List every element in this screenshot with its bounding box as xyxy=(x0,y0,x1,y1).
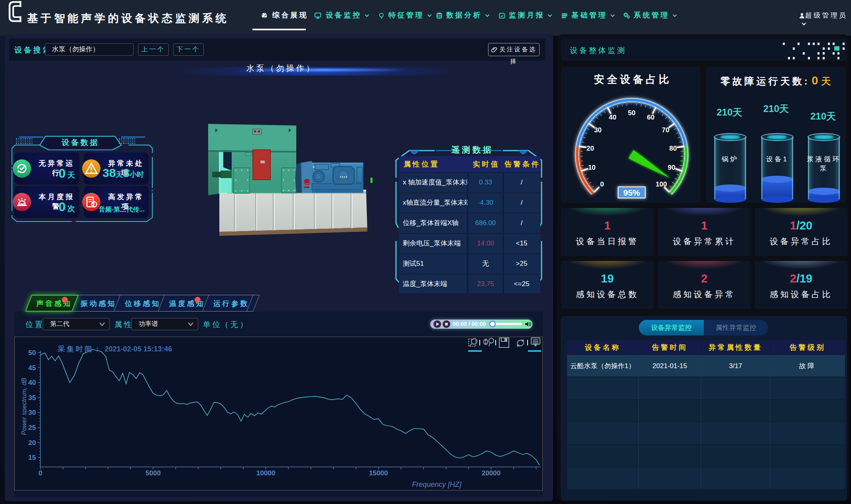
svg-text:25: 25 xyxy=(28,424,36,431)
svg-text:10000: 10000 xyxy=(256,469,275,477)
svg-text:15000: 15000 xyxy=(369,469,388,477)
svg-text:40: 40 xyxy=(609,114,617,121)
svg-text:30: 30 xyxy=(594,126,602,134)
svg-text:20: 20 xyxy=(587,145,594,152)
svg-text:30: 30 xyxy=(28,409,36,416)
svg-text:Frequency [HZ]: Frequency [HZ] xyxy=(412,480,462,488)
svg-text:50: 50 xyxy=(628,109,636,117)
svg-text:50: 50 xyxy=(28,349,36,357)
svg-text:Power spectrum, dB: Power spectrum, dB xyxy=(21,378,28,435)
svg-text:20: 20 xyxy=(28,439,36,447)
svg-text:20000: 20000 xyxy=(482,469,500,477)
svg-text:40: 40 xyxy=(28,379,36,386)
svg-text:80: 80 xyxy=(669,145,677,152)
svg-text:60: 60 xyxy=(647,114,654,121)
svg-text:10: 10 xyxy=(588,164,596,171)
svg-text:0: 0 xyxy=(39,469,42,477)
svg-text:35: 35 xyxy=(28,394,36,402)
svg-text:15: 15 xyxy=(28,454,36,461)
svg-text:45: 45 xyxy=(28,364,36,372)
svg-text:100: 100 xyxy=(656,180,667,188)
svg-text:90: 90 xyxy=(668,164,675,171)
svg-text:5000: 5000 xyxy=(146,469,161,477)
svg-text:0: 0 xyxy=(600,180,604,188)
svg-text:70: 70 xyxy=(662,126,669,134)
